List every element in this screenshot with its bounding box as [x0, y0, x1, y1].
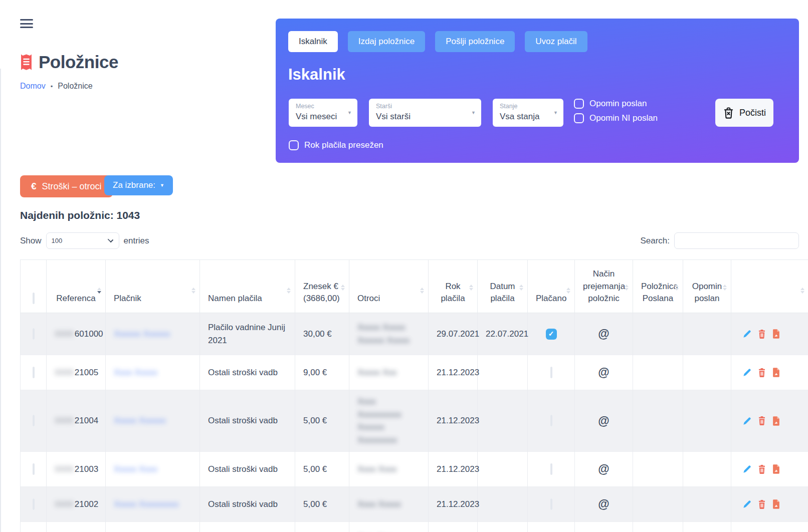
row-select-cell: [21, 355, 47, 390]
delete-icon[interactable]: [757, 464, 766, 474]
panel-tabs: Iskalnik Izdaj položnice Pošlji položnic…: [288, 31, 587, 52]
paid-checkbox-unchecked[interactable]: [550, 367, 552, 378]
payer-link-redacted[interactable]: Xxxxxx Xxxxxx: [114, 329, 170, 339]
column-header-znesek[interactable]: Znesek €(3686,00): [295, 260, 349, 313]
edit-icon[interactable]: [742, 368, 752, 377]
tab-iskalnik[interactable]: Iskalnik: [288, 31, 338, 52]
checkbox-icon[interactable]: [574, 113, 584, 123]
pdf-icon[interactable]: [772, 499, 780, 509]
payer-link-redacted[interactable]: Xxxxx Xxxx: [114, 464, 157, 474]
breadcrumb-separator: •: [51, 83, 53, 90]
payer-link-redacted[interactable]: Xxxxx Xxxxxx: [114, 416, 166, 425]
column-header-namen-placila[interactable]: Namen plačila: [200, 260, 295, 313]
sort-arrows-icon: [341, 285, 345, 291]
table-controls: Show 100 entries Search:: [20, 232, 799, 249]
overdue-checkbox[interactable]: Rok plačila presežen: [289, 140, 383, 150]
for-selected-dropdown-button[interactable]: Za izbrane: ▼: [104, 175, 173, 195]
parents-select[interactable]: Starši Vsi starši ▼: [369, 99, 481, 127]
status-select[interactable]: Stanje Vsa stanja ▼: [493, 99, 563, 127]
edit-icon[interactable]: [742, 416, 752, 426]
payer-link-redacted[interactable]: Xxxxx Xxxxxxxxx: [114, 499, 178, 509]
delivery-method-cell: @: [575, 313, 633, 355]
checkbox-icon[interactable]: [574, 99, 584, 109]
child-name-redacted: Xxxxxx Xxxxxxxxx: [357, 421, 420, 446]
invoice-sent-cell: [633, 452, 683, 487]
payer-cell: Xxxxx Xxxx: [106, 522, 200, 532]
column-header-placano[interactable]: Plačano: [528, 260, 575, 313]
edit-icon[interactable]: [742, 464, 752, 474]
costs-children-button[interactable]: € Stroški – otroci: [20, 175, 113, 197]
paid-cell: ✓: [528, 313, 575, 355]
column-header-label: Rok: [437, 281, 469, 293]
pdf-icon[interactable]: [772, 329, 780, 339]
payment-date-cell: [478, 522, 528, 532]
column-header-polozica-poslana[interactable]: PoložnicaPoslana: [633, 260, 683, 313]
delete-icon[interactable]: [757, 499, 766, 509]
child-name-redacted: Xxxxx Xxx: [357, 366, 420, 379]
reference-cell: 000021005: [47, 355, 106, 390]
hamburger-menu-icon[interactable]: [20, 19, 33, 29]
month-select-value: Vsi meseci: [296, 112, 344, 122]
payer-link-redacted[interactable]: Xxxx Xxxxx: [114, 368, 157, 377]
sort-arrows-icon: [191, 288, 195, 294]
search-input[interactable]: [674, 232, 799, 249]
reminder-sent-label: Opomin poslan: [589, 99, 647, 109]
pdf-icon[interactable]: [772, 464, 780, 474]
due-date-cell: 21.12.2023: [429, 487, 478, 522]
delete-icon[interactable]: [757, 329, 766, 339]
clear-filters-button[interactable]: Počisti: [715, 99, 773, 127]
reference-cell: 000021001: [47, 522, 106, 532]
column-header-referenca[interactable]: Referenca: [47, 260, 106, 313]
child-name-redacted: Xxxxx Xxxxx: [357, 321, 420, 334]
reminder-not-sent-checkbox[interactable]: Opomin NI poslan: [574, 113, 658, 123]
row-select-checkbox[interactable]: [33, 415, 35, 426]
row-actions-cell: [731, 313, 808, 355]
checkbox-icon[interactable]: [289, 140, 299, 150]
delete-icon[interactable]: [757, 368, 766, 378]
column-header-label: poslan: [691, 293, 723, 305]
breadcrumb-home-link[interactable]: Domov: [20, 82, 46, 91]
edit-icon[interactable]: [742, 499, 752, 509]
column-header-rok-placila[interactable]: Rokplačila: [429, 260, 478, 313]
row-select-checkbox[interactable]: [33, 463, 35, 475]
column-header-opomin-poslan[interactable]: Opominposlan: [683, 260, 731, 313]
column-header-label: Datum: [486, 281, 519, 293]
tab-poslji-polozice[interactable]: Pošlji položnice: [435, 31, 515, 52]
delete-icon[interactable]: [757, 416, 766, 426]
paid-checkbox-checked[interactable]: ✓: [546, 329, 557, 340]
select-all-checkbox[interactable]: [33, 293, 35, 304]
chevron-down-icon: ▼: [553, 110, 558, 115]
row-select-checkbox[interactable]: [33, 498, 35, 510]
column-header-label: Način: [583, 268, 625, 281]
month-select[interactable]: Mesec Vsi meseci ▼: [289, 99, 357, 127]
table-row: 000021005Xxxx XxxxxOstali stroški vadb9,…: [21, 355, 808, 390]
column-header-datum-placila[interactable]: Datumplačila: [478, 260, 528, 313]
paid-checkbox-unchecked[interactable]: [550, 415, 552, 426]
parents-select-value: Vsi starši: [376, 112, 468, 122]
tab-izdaj-polozice[interactable]: Izdaj položnice: [348, 31, 425, 52]
pdf-icon[interactable]: [772, 416, 780, 426]
pdf-icon[interactable]: [772, 367, 780, 378]
column-header-otroci[interactable]: Otroci: [349, 260, 429, 313]
payer-cell: Xxxxxx Xxxxxx: [106, 313, 200, 355]
edit-icon[interactable]: [742, 329, 752, 339]
column-header-row-actions[interactable]: [731, 260, 808, 313]
page-length-select[interactable]: 100: [46, 232, 119, 249]
row-select-checkbox[interactable]: [33, 367, 35, 378]
paid-checkbox-unchecked[interactable]: [550, 463, 552, 475]
column-header-label: položnic: [583, 293, 625, 305]
row-select-checkbox[interactable]: [33, 328, 35, 340]
email-at-icon: @: [598, 414, 609, 427]
column-header-placnik[interactable]: Plačnik: [106, 260, 200, 313]
breadcrumb-current: Položnice: [58, 82, 92, 91]
reminder-sent-checkbox[interactable]: Opomin poslan: [574, 99, 658, 109]
column-header-nacin-prejemanja-polozic[interactable]: Načinprejemanjapoložnic: [575, 260, 633, 313]
sort-arrows-icon: [800, 288, 804, 294]
sort-arrows-icon: [675, 285, 679, 291]
tab-uvoz-placil[interactable]: Uvoz plačil: [525, 31, 587, 52]
column-header-label: Poslana: [641, 293, 675, 305]
table-row: 0000601000Xxxxxx XxxxxxPlačilo vadnine J…: [21, 313, 808, 355]
row-actions-cell: [731, 487, 808, 522]
email-at-icon: @: [598, 366, 609, 379]
paid-checkbox-unchecked[interactable]: [550, 498, 552, 510]
